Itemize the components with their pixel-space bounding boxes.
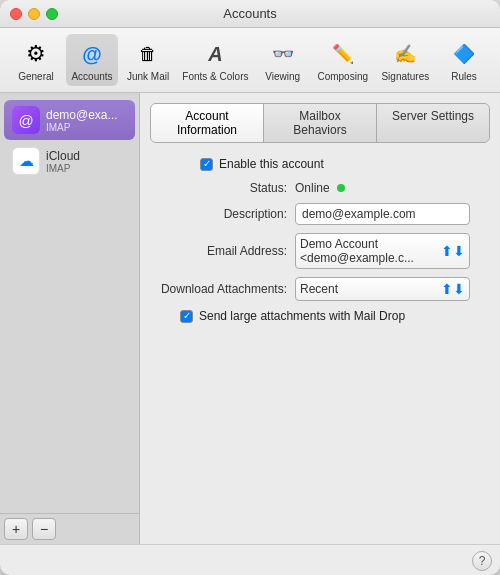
- icloud-account-type: IMAP: [46, 163, 80, 174]
- tab-server-settings[interactable]: Server Settings: [377, 104, 489, 142]
- viewing-icon: 👓: [267, 38, 299, 70]
- sidebar: @ demo@exa... IMAP ☁ iCloud IMAP +: [0, 93, 140, 544]
- traffic-lights: [10, 8, 58, 20]
- sidebar-account-list: @ demo@exa... IMAP ☁ iCloud IMAP: [0, 93, 139, 513]
- mail-drop-checkbox[interactable]: ✓: [180, 310, 193, 323]
- email-address-row: Email Address: Demo Account <demo@exampl…: [150, 233, 490, 269]
- maximize-button[interactable]: [46, 8, 58, 20]
- mail-drop-row: ✓ Send large attachments with Mail Drop: [150, 309, 490, 323]
- enable-account-checkbox[interactable]: ✓: [200, 158, 213, 171]
- fonts-icon: A: [199, 38, 231, 70]
- composing-icon: ✏️: [327, 38, 359, 70]
- account-form: ✓ Enable this account Status: Online Des…: [150, 157, 490, 534]
- mail-drop-check-icon: ✓: [183, 311, 191, 321]
- icloud-account-text: iCloud IMAP: [46, 149, 80, 174]
- toolbar-accounts-label: Accounts: [71, 71, 112, 82]
- status-row: Status: Online: [150, 181, 490, 195]
- email-address-label: Email Address:: [150, 244, 295, 258]
- toolbar-viewing[interactable]: 👓 Viewing: [257, 34, 309, 86]
- download-attachments-arrow-icon: ⬆⬇: [441, 281, 465, 297]
- toolbar-general-label: General: [18, 71, 54, 82]
- download-attachments-value: Recent: [300, 282, 441, 296]
- toolbar-junk-label: Junk Mail: [127, 71, 169, 82]
- accounts-icon: @: [76, 38, 108, 70]
- enable-account-row: ✓ Enable this account: [150, 157, 490, 171]
- tab-mailbox-behaviors[interactable]: Mailbox Behaviors: [264, 104, 377, 142]
- description-input[interactable]: [295, 203, 470, 225]
- sidebar-footer: + −: [0, 513, 139, 544]
- download-attachments-label: Download Attachments:: [150, 282, 295, 296]
- enable-account-label: Enable this account: [219, 157, 324, 171]
- content-area: @ demo@exa... IMAP ☁ iCloud IMAP +: [0, 93, 500, 544]
- toolbar-accounts[interactable]: @ Accounts: [66, 34, 118, 86]
- toolbar-signatures-label: Signatures: [381, 71, 429, 82]
- checkbox-check-icon: ✓: [203, 159, 211, 169]
- status-value: Online: [295, 181, 345, 195]
- tab-bar: Account Information Mailbox Behaviors Se…: [150, 103, 490, 143]
- description-row: Description:: [150, 203, 490, 225]
- toolbar-rules-label: Rules: [451, 71, 477, 82]
- tab-account-information[interactable]: Account Information: [151, 104, 264, 142]
- email-address-value: Demo Account <demo@example.c...: [300, 237, 441, 265]
- icloud-account-icon: ☁: [12, 147, 40, 175]
- email-address-arrow-icon: ⬆⬇: [441, 243, 465, 259]
- minimize-button[interactable]: [28, 8, 40, 20]
- toolbar-viewing-label: Viewing: [265, 71, 300, 82]
- toolbar-fonts-label: Fonts & Colors: [182, 71, 248, 82]
- demo-account-text: demo@exa... IMAP: [46, 108, 118, 133]
- bottom-bar: ?: [0, 544, 500, 575]
- mail-drop-label: Send large attachments with Mail Drop: [199, 309, 405, 323]
- toolbar-junk[interactable]: 🗑 Junk Mail: [122, 34, 174, 86]
- rules-icon: 🔷: [448, 38, 480, 70]
- title-bar: Accounts: [0, 0, 500, 28]
- demo-account-name: demo@exa...: [46, 108, 118, 122]
- demo-account-type: IMAP: [46, 122, 118, 133]
- toolbar-composing[interactable]: ✏️ Composing: [313, 34, 373, 86]
- signatures-icon: ✍: [389, 38, 421, 70]
- sidebar-item-demo[interactable]: @ demo@exa... IMAP: [4, 100, 135, 140]
- status-online-dot: [337, 184, 345, 192]
- main-window: Accounts ⚙ General @ Accounts 🗑 Junk Mai…: [0, 0, 500, 575]
- add-account-button[interactable]: +: [4, 518, 28, 540]
- main-panel: Account Information Mailbox Behaviors Se…: [140, 93, 500, 544]
- toolbar-composing-label: Composing: [317, 71, 368, 82]
- description-label: Description:: [150, 207, 295, 221]
- toolbar: ⚙ General @ Accounts 🗑 Junk Mail A Fonts…: [0, 28, 500, 93]
- email-address-dropdown[interactable]: Demo Account <demo@example.c... ⬆⬇: [295, 233, 470, 269]
- icloud-account-name: iCloud: [46, 149, 80, 163]
- toolbar-rules[interactable]: 🔷 Rules: [438, 34, 490, 86]
- demo-account-icon: @: [12, 106, 40, 134]
- toolbar-general[interactable]: ⚙ General: [10, 34, 62, 86]
- window-title: Accounts: [223, 6, 276, 21]
- download-attachments-row: Download Attachments: Recent ⬆⬇: [150, 277, 490, 301]
- toolbar-fonts[interactable]: A Fonts & Colors: [178, 34, 253, 86]
- junk-icon: 🗑: [132, 38, 164, 70]
- general-icon: ⚙: [20, 38, 52, 70]
- toolbar-signatures[interactable]: ✍ Signatures: [377, 34, 434, 86]
- download-attachments-dropdown[interactable]: Recent ⬆⬇: [295, 277, 470, 301]
- close-button[interactable]: [10, 8, 22, 20]
- remove-account-button[interactable]: −: [32, 518, 56, 540]
- help-button[interactable]: ?: [472, 551, 492, 571]
- status-label: Status:: [150, 181, 295, 195]
- sidebar-item-icloud[interactable]: ☁ iCloud IMAP: [4, 141, 135, 181]
